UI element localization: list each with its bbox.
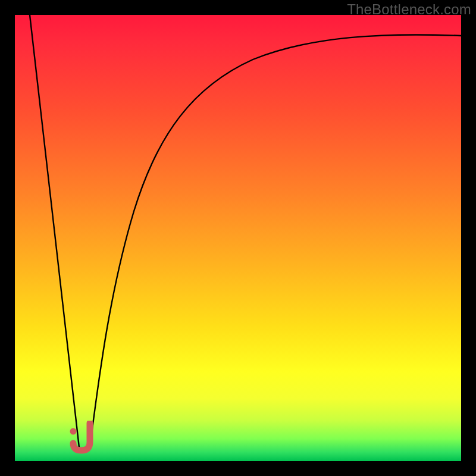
logo-mark — [66, 421, 102, 456]
plot-area — [15, 15, 461, 461]
left-branch-line — [30, 15, 79, 447]
curve-layer — [15, 15, 461, 461]
chart-frame: TheBottleneck.com — [0, 0, 476, 476]
logo-dot-icon — [70, 428, 77, 435]
right-branch-curve — [90, 35, 461, 447]
logo-j-icon — [73, 423, 90, 450]
